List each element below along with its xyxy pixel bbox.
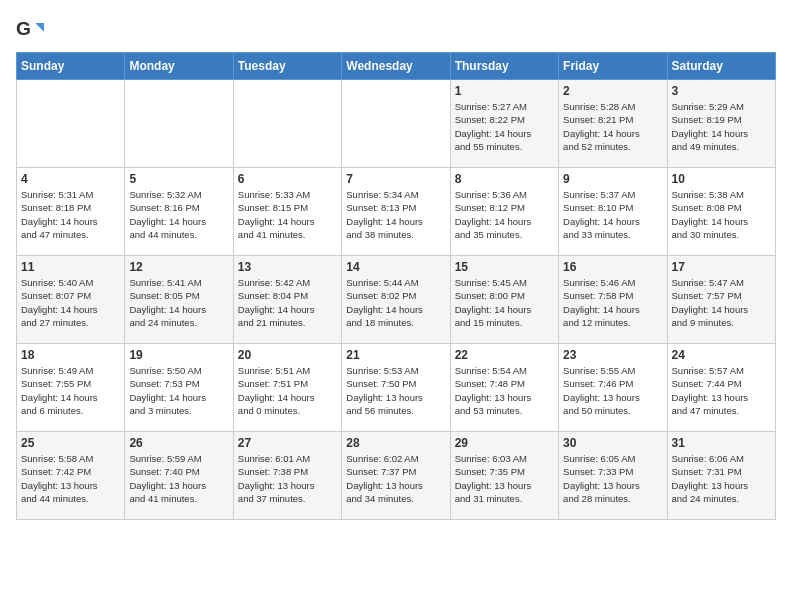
day-number: 8 (455, 172, 554, 186)
day-number: 27 (238, 436, 337, 450)
weekday-header: Saturday (667, 53, 775, 80)
calendar-cell: 10Sunrise: 5:38 AM Sunset: 8:08 PM Dayli… (667, 168, 775, 256)
calendar-cell: 23Sunrise: 5:55 AM Sunset: 7:46 PM Dayli… (559, 344, 667, 432)
calendar-cell: 4Sunrise: 5:31 AM Sunset: 8:18 PM Daylig… (17, 168, 125, 256)
cell-info: Sunrise: 5:50 AM Sunset: 7:53 PM Dayligh… (129, 364, 228, 417)
calendar-cell: 3Sunrise: 5:29 AM Sunset: 8:19 PM Daylig… (667, 80, 775, 168)
day-number: 5 (129, 172, 228, 186)
day-number: 13 (238, 260, 337, 274)
calendar-cell: 12Sunrise: 5:41 AM Sunset: 8:05 PM Dayli… (125, 256, 233, 344)
day-number: 6 (238, 172, 337, 186)
calendar-cell: 15Sunrise: 5:45 AM Sunset: 8:00 PM Dayli… (450, 256, 558, 344)
cell-info: Sunrise: 5:49 AM Sunset: 7:55 PM Dayligh… (21, 364, 120, 417)
svg-marker-1 (35, 23, 44, 32)
cell-info: Sunrise: 5:37 AM Sunset: 8:10 PM Dayligh… (563, 188, 662, 241)
day-number: 21 (346, 348, 445, 362)
day-number: 3 (672, 84, 771, 98)
calendar-cell: 20Sunrise: 5:51 AM Sunset: 7:51 PM Dayli… (233, 344, 341, 432)
calendar-cell: 21Sunrise: 5:53 AM Sunset: 7:50 PM Dayli… (342, 344, 450, 432)
cell-info: Sunrise: 5:54 AM Sunset: 7:48 PM Dayligh… (455, 364, 554, 417)
cell-info: Sunrise: 5:27 AM Sunset: 8:22 PM Dayligh… (455, 100, 554, 153)
calendar-cell: 31Sunrise: 6:06 AM Sunset: 7:31 PM Dayli… (667, 432, 775, 520)
calendar-cell: 26Sunrise: 5:59 AM Sunset: 7:40 PM Dayli… (125, 432, 233, 520)
cell-info: Sunrise: 6:05 AM Sunset: 7:33 PM Dayligh… (563, 452, 662, 505)
day-number: 24 (672, 348, 771, 362)
calendar-cell (17, 80, 125, 168)
cell-info: Sunrise: 5:38 AM Sunset: 8:08 PM Dayligh… (672, 188, 771, 241)
calendar-week-row: 11Sunrise: 5:40 AM Sunset: 8:07 PM Dayli… (17, 256, 776, 344)
svg-text:G: G (16, 18, 31, 39)
calendar-cell: 29Sunrise: 6:03 AM Sunset: 7:35 PM Dayli… (450, 432, 558, 520)
calendar-cell: 8Sunrise: 5:36 AM Sunset: 8:12 PM Daylig… (450, 168, 558, 256)
cell-info: Sunrise: 5:57 AM Sunset: 7:44 PM Dayligh… (672, 364, 771, 417)
cell-info: Sunrise: 5:32 AM Sunset: 8:16 PM Dayligh… (129, 188, 228, 241)
day-number: 11 (21, 260, 120, 274)
calendar-week-row: 25Sunrise: 5:58 AM Sunset: 7:42 PM Dayli… (17, 432, 776, 520)
calendar-cell: 6Sunrise: 5:33 AM Sunset: 8:15 PM Daylig… (233, 168, 341, 256)
day-number: 7 (346, 172, 445, 186)
calendar-cell: 19Sunrise: 5:50 AM Sunset: 7:53 PM Dayli… (125, 344, 233, 432)
calendar-cell (342, 80, 450, 168)
day-number: 17 (672, 260, 771, 274)
calendar-cell: 2Sunrise: 5:28 AM Sunset: 8:21 PM Daylig… (559, 80, 667, 168)
calendar-cell (125, 80, 233, 168)
day-number: 20 (238, 348, 337, 362)
day-number: 30 (563, 436, 662, 450)
cell-info: Sunrise: 5:44 AM Sunset: 8:02 PM Dayligh… (346, 276, 445, 329)
cell-info: Sunrise: 5:58 AM Sunset: 7:42 PM Dayligh… (21, 452, 120, 505)
cell-info: Sunrise: 5:42 AM Sunset: 8:04 PM Dayligh… (238, 276, 337, 329)
calendar-table: SundayMondayTuesdayWednesdayThursdayFrid… (16, 52, 776, 520)
calendar-cell: 1Sunrise: 5:27 AM Sunset: 8:22 PM Daylig… (450, 80, 558, 168)
calendar-cell: 11Sunrise: 5:40 AM Sunset: 8:07 PM Dayli… (17, 256, 125, 344)
calendar-cell: 14Sunrise: 5:44 AM Sunset: 8:02 PM Dayli… (342, 256, 450, 344)
logo-icon: G (16, 16, 44, 44)
day-number: 14 (346, 260, 445, 274)
calendar-cell: 18Sunrise: 5:49 AM Sunset: 7:55 PM Dayli… (17, 344, 125, 432)
calendar-cell: 16Sunrise: 5:46 AM Sunset: 7:58 PM Dayli… (559, 256, 667, 344)
day-number: 28 (346, 436, 445, 450)
cell-info: Sunrise: 6:06 AM Sunset: 7:31 PM Dayligh… (672, 452, 771, 505)
weekday-header: Thursday (450, 53, 558, 80)
cell-info: Sunrise: 5:59 AM Sunset: 7:40 PM Dayligh… (129, 452, 228, 505)
cell-info: Sunrise: 5:34 AM Sunset: 8:13 PM Dayligh… (346, 188, 445, 241)
calendar-week-row: 4Sunrise: 5:31 AM Sunset: 8:18 PM Daylig… (17, 168, 776, 256)
cell-info: Sunrise: 5:29 AM Sunset: 8:19 PM Dayligh… (672, 100, 771, 153)
day-number: 2 (563, 84, 662, 98)
weekday-header: Sunday (17, 53, 125, 80)
day-number: 18 (21, 348, 120, 362)
weekday-header: Wednesday (342, 53, 450, 80)
cell-info: Sunrise: 5:36 AM Sunset: 8:12 PM Dayligh… (455, 188, 554, 241)
calendar-week-row: 1Sunrise: 5:27 AM Sunset: 8:22 PM Daylig… (17, 80, 776, 168)
day-number: 9 (563, 172, 662, 186)
cell-info: Sunrise: 5:28 AM Sunset: 8:21 PM Dayligh… (563, 100, 662, 153)
day-number: 10 (672, 172, 771, 186)
day-number: 19 (129, 348, 228, 362)
cell-info: Sunrise: 5:33 AM Sunset: 8:15 PM Dayligh… (238, 188, 337, 241)
calendar-cell (233, 80, 341, 168)
weekday-header: Monday (125, 53, 233, 80)
weekday-header: Friday (559, 53, 667, 80)
cell-info: Sunrise: 5:53 AM Sunset: 7:50 PM Dayligh… (346, 364, 445, 417)
calendar-body: 1Sunrise: 5:27 AM Sunset: 8:22 PM Daylig… (17, 80, 776, 520)
cell-info: Sunrise: 6:02 AM Sunset: 7:37 PM Dayligh… (346, 452, 445, 505)
logo: G (16, 16, 48, 44)
cell-info: Sunrise: 5:41 AM Sunset: 8:05 PM Dayligh… (129, 276, 228, 329)
cell-info: Sunrise: 5:45 AM Sunset: 8:00 PM Dayligh… (455, 276, 554, 329)
cell-info: Sunrise: 5:46 AM Sunset: 7:58 PM Dayligh… (563, 276, 662, 329)
cell-info: Sunrise: 6:01 AM Sunset: 7:38 PM Dayligh… (238, 452, 337, 505)
calendar-cell: 28Sunrise: 6:02 AM Sunset: 7:37 PM Dayli… (342, 432, 450, 520)
calendar-cell: 5Sunrise: 5:32 AM Sunset: 8:16 PM Daylig… (125, 168, 233, 256)
day-number: 29 (455, 436, 554, 450)
day-number: 23 (563, 348, 662, 362)
day-number: 16 (563, 260, 662, 274)
cell-info: Sunrise: 5:55 AM Sunset: 7:46 PM Dayligh… (563, 364, 662, 417)
calendar-cell: 27Sunrise: 6:01 AM Sunset: 7:38 PM Dayli… (233, 432, 341, 520)
cell-info: Sunrise: 5:31 AM Sunset: 8:18 PM Dayligh… (21, 188, 120, 241)
calendar-header: SundayMondayTuesdayWednesdayThursdayFrid… (17, 53, 776, 80)
weekday-header: Tuesday (233, 53, 341, 80)
calendar-cell: 17Sunrise: 5:47 AM Sunset: 7:57 PM Dayli… (667, 256, 775, 344)
calendar-cell: 9Sunrise: 5:37 AM Sunset: 8:10 PM Daylig… (559, 168, 667, 256)
calendar-cell: 25Sunrise: 5:58 AM Sunset: 7:42 PM Dayli… (17, 432, 125, 520)
calendar-cell: 24Sunrise: 5:57 AM Sunset: 7:44 PM Dayli… (667, 344, 775, 432)
day-number: 25 (21, 436, 120, 450)
